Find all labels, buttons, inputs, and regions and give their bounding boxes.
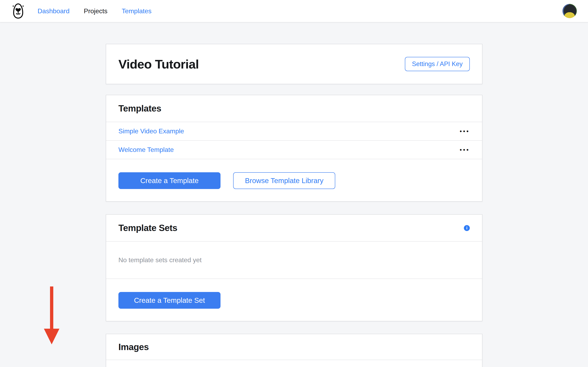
top-nav-bar: Dashboard Projects Templates: [0, 0, 588, 22]
template-sets-card: Template Sets i No template sets created…: [106, 214, 483, 321]
template-sets-card-title: Template Sets: [118, 223, 177, 233]
images-card-header: Images: [106, 334, 482, 360]
empty-state-message: No template sets created yet: [118, 256, 201, 264]
template-sets-card-footer: Create a Template Set: [106, 278, 482, 321]
settings-api-key-button[interactable]: Settings / API Key: [405, 57, 470, 71]
nav-links: Dashboard Projects Templates: [38, 7, 166, 15]
nav-item-templates[interactable]: Templates: [122, 7, 151, 15]
bannerbear-logo-icon[interactable]: [12, 3, 24, 19]
template-sets-empty-state: No template sets created yet: [106, 241, 482, 278]
images-card-title: Images: [118, 342, 149, 352]
project-title: Video Tutorial: [118, 57, 199, 71]
browse-template-library-button[interactable]: Browse Template Library: [233, 172, 335, 189]
project-header-card: Video Tutorial Settings / API Key: [106, 44, 483, 84]
row-menu-ellipsis-icon[interactable]: •••: [458, 126, 470, 136]
create-template-button[interactable]: Create a Template: [118, 172, 221, 189]
template-link-welcome-template[interactable]: Welcome Template: [118, 146, 174, 154]
template-row: Welcome Template •••: [106, 140, 482, 159]
templates-card-title: Templates: [118, 103, 161, 114]
user-avatar[interactable]: [562, 4, 577, 18]
template-link-simple-video-example[interactable]: Simple Video Example: [118, 127, 184, 135]
images-card: Images: [106, 334, 483, 367]
template-sets-card-header: Template Sets i: [106, 215, 482, 241]
row-menu-ellipsis-icon[interactable]: •••: [458, 145, 470, 155]
main-content: Video Tutorial Settings / API Key Templa…: [0, 44, 588, 367]
nav-item-dashboard[interactable]: Dashboard: [38, 7, 70, 15]
templates-card-footer: Create a Template Browse Template Librar…: [106, 159, 482, 201]
create-template-set-button[interactable]: Create a Template Set: [118, 292, 221, 309]
template-row: Simple Video Example •••: [106, 122, 482, 140]
templates-card: Templates Simple Video Example ••• Welco…: [106, 95, 483, 202]
templates-card-header: Templates: [106, 95, 482, 122]
info-icon[interactable]: i: [464, 225, 470, 231]
nav-item-projects[interactable]: Projects: [84, 7, 108, 15]
